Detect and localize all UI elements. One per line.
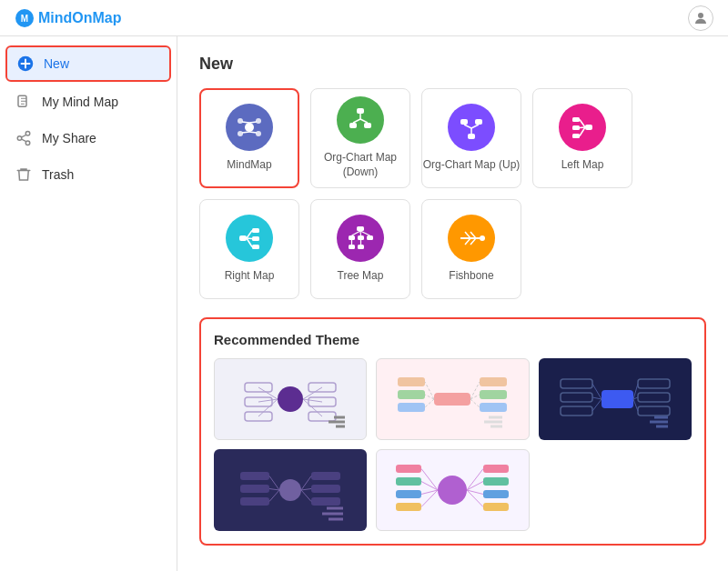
svg-rect-110 xyxy=(240,485,269,493)
svg-line-56 xyxy=(465,232,470,238)
svg-rect-39 xyxy=(252,245,259,249)
svg-line-85 xyxy=(425,399,434,407)
map-item-orgchartdown[interactable]: Org-Chart Map (Down) xyxy=(310,88,410,188)
svg-line-140 xyxy=(467,490,483,507)
sidebar-item-new[interactable]: New xyxy=(5,45,171,82)
svg-line-137 xyxy=(467,469,483,491)
svg-rect-24 xyxy=(460,119,468,125)
mindmap-icon xyxy=(226,104,273,151)
svg-line-33 xyxy=(580,120,585,128)
sidebar-item-new-label: New xyxy=(44,56,69,71)
sidebar-item-myshare[interactable]: My Share xyxy=(0,120,177,156)
svg-line-22 xyxy=(360,119,368,123)
leftmap-label: Left Map xyxy=(561,158,604,173)
sidebar-item-mymindmap-label: My Mind Map xyxy=(42,95,118,109)
svg-line-13 xyxy=(242,122,249,123)
svg-line-117 xyxy=(269,490,279,502)
recommended-section: Recommended Theme xyxy=(199,317,706,546)
svg-line-16 xyxy=(249,132,257,133)
svg-line-58 xyxy=(465,238,470,245)
svg-line-51 xyxy=(360,231,370,235)
header: M MindOnMap xyxy=(0,0,728,36)
svg-rect-47 xyxy=(349,245,355,249)
map-item-treemap[interactable]: Tree Map xyxy=(310,199,410,299)
svg-rect-114 xyxy=(311,497,340,506)
svg-line-42 xyxy=(247,238,252,247)
svg-line-136 xyxy=(421,490,438,507)
sidebar-item-mymindmap[interactable]: My Mind Map xyxy=(0,84,177,120)
map-item-fishbone[interactable]: Fishbone xyxy=(421,199,521,299)
recommended-title: Recommended Theme xyxy=(214,332,692,347)
sidebar-item-trash-label: Trash xyxy=(42,167,74,182)
svg-rect-94 xyxy=(561,393,592,402)
svg-rect-82 xyxy=(480,403,507,412)
theme-item-2[interactable] xyxy=(376,358,529,440)
user-icon xyxy=(693,10,709,26)
svg-rect-78 xyxy=(398,390,425,399)
trash-icon xyxy=(15,165,33,184)
sidebar: New My Mind Map My Share xyxy=(0,36,177,571)
svg-rect-19 xyxy=(364,123,371,128)
sidebar-item-myshare-label: My Share xyxy=(42,131,96,145)
svg-rect-109 xyxy=(240,472,269,480)
plus-icon xyxy=(16,55,35,73)
map-item-leftmap[interactable]: Left Map xyxy=(532,88,632,188)
svg-line-14 xyxy=(242,132,249,133)
svg-line-57 xyxy=(470,238,476,245)
svg-rect-32 xyxy=(572,134,580,138)
svg-rect-44 xyxy=(349,235,355,240)
svg-point-124 xyxy=(438,476,467,505)
svg-point-60 xyxy=(278,386,303,412)
orgchartup-label: Org-Chart Map (Up) xyxy=(423,158,521,173)
svg-line-101 xyxy=(592,399,602,411)
content-area: New MindM xyxy=(177,36,728,571)
svg-rect-23 xyxy=(468,134,475,139)
svg-rect-113 xyxy=(311,485,340,493)
svg-rect-126 xyxy=(396,477,421,486)
logo: M MindOnMap xyxy=(15,8,122,28)
svg-rect-92 xyxy=(602,390,633,408)
svg-rect-81 xyxy=(480,390,507,399)
share-icon xyxy=(15,129,33,147)
svg-rect-128 xyxy=(396,503,421,511)
svg-point-2 xyxy=(698,13,703,18)
svg-line-119 xyxy=(301,489,311,491)
orgchartup-icon xyxy=(448,104,495,151)
map-item-rightmap[interactable]: Right Map xyxy=(199,199,299,299)
fishbone-icon xyxy=(448,215,495,262)
main-layout: New My Mind Map My Share xyxy=(0,36,728,571)
svg-rect-31 xyxy=(572,125,580,130)
map-item-mindmap[interactable]: MindMap xyxy=(199,88,299,188)
svg-point-6 xyxy=(17,136,22,141)
fishbone-label: Fishbone xyxy=(449,269,493,284)
user-avatar[interactable] xyxy=(688,5,713,31)
theme-item-1[interactable] xyxy=(214,358,367,440)
svg-rect-45 xyxy=(358,235,364,240)
svg-rect-132 xyxy=(483,503,509,511)
svg-rect-131 xyxy=(483,490,509,498)
svg-line-138 xyxy=(467,482,483,491)
file-icon xyxy=(15,93,33,111)
svg-point-8 xyxy=(245,123,254,132)
svg-line-116 xyxy=(269,489,279,491)
map-item-orgchartup[interactable]: Org-Chart Map (Up) xyxy=(421,88,521,188)
svg-rect-46 xyxy=(367,235,373,240)
svg-rect-37 xyxy=(252,228,259,233)
svg-line-120 xyxy=(301,490,311,502)
theme-item-5[interactable] xyxy=(376,449,529,531)
svg-point-108 xyxy=(279,479,301,501)
svg-rect-95 xyxy=(561,406,592,416)
logo-icon: M xyxy=(15,8,35,28)
svg-line-15 xyxy=(249,122,257,123)
theme-item-4[interactable] xyxy=(214,449,367,531)
svg-rect-130 xyxy=(483,477,509,486)
sidebar-item-trash[interactable]: Trash xyxy=(0,156,177,193)
treemap-icon xyxy=(337,215,384,262)
svg-line-35 xyxy=(580,127,585,136)
svg-line-49 xyxy=(352,231,361,235)
svg-point-9 xyxy=(238,118,243,124)
theme-item-3[interactable] xyxy=(539,358,692,440)
svg-rect-29 xyxy=(585,125,592,130)
svg-rect-36 xyxy=(239,235,247,241)
svg-rect-127 xyxy=(396,490,421,498)
